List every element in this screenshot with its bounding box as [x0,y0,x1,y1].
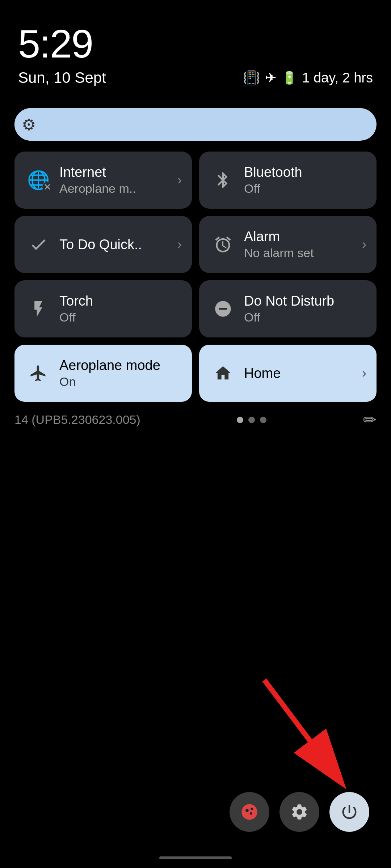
page-dot-1 [237,417,243,423]
bluetooth-icon [212,171,234,190]
tile-internet-sublabel: Aeroplane m.. [59,182,179,196]
svg-line-1 [264,680,340,781]
tile-torch[interactable]: Torch Off [14,280,192,337]
qs-footer: 14 (UPB5.230623.005) ✏ [14,410,377,429]
tile-todo-label: To Do Quick.. [59,237,179,252]
tile-internet-label: Internet [59,165,179,180]
nav-bar [159,856,232,859]
page-dot-3 [260,417,266,423]
brightness-container: ⚙ [14,108,377,141]
brightness-slider[interactable]: ⚙ [14,108,377,141]
tile-todo[interactable]: To Do Quick.. › [14,216,192,273]
tile-torch-label: Torch [59,293,179,309]
pizza-button[interactable] [230,792,269,832]
settings-button[interactable] [279,792,319,832]
vibrate-icon: 📳 [243,70,260,86]
tile-home-label: Home [244,366,363,381]
battery-text: 1 day, 2 hrs [302,70,373,86]
quick-settings-grid: 🌐 ✕ Internet Aeroplane m.. › Bluetooth O… [14,152,377,402]
todo-icon [28,235,49,254]
tile-dnd-sublabel: Off [244,310,363,324]
tile-home[interactable]: Home › [199,345,377,402]
airplane-status-icon: ✈ [265,70,277,86]
status-icons: 📳 ✈ 🔋 1 day, 2 hrs [243,70,373,86]
svg-point-4 [250,812,252,815]
brightness-fill [14,108,214,141]
tile-internet[interactable]: 🌐 ✕ Internet Aeroplane m.. › [14,152,192,209]
dnd-icon [212,299,234,318]
internet-icon: 🌐 ✕ [27,170,50,191]
tile-todo-arrow: › [177,237,182,252]
home-icon [212,364,234,383]
torch-icon [28,299,49,318]
tile-alarm[interactable]: Alarm No alarm set › [199,216,377,273]
battery-icon: 🔋 [282,71,297,85]
status-bar: 5:29 Sun, 10 Sept 📳 ✈ 🔋 1 day, 2 hrs [0,0,391,94]
alarm-icon [212,235,234,254]
tile-torch-sublabel: Off [59,310,179,324]
tile-bluetooth[interactable]: Bluetooth Off [199,152,377,209]
tile-dnd[interactable]: Do Not Disturb Off [199,280,377,337]
tile-alarm-sublabel: No alarm set [244,246,363,260]
date-display: Sun, 10 Sept [18,69,106,86]
airplane-icon [28,364,49,383]
annotation-arrow [253,673,362,796]
tile-airplane-sublabel: On [59,375,179,389]
build-number: 14 (UPB5.230623.005) [14,413,140,427]
tile-airplane-label: Aeroplane mode [59,358,179,373]
tile-internet-arrow: › [177,173,182,188]
page-dots [237,417,266,423]
clock-time: 5:29 [18,22,373,65]
power-button[interactable] [329,792,369,832]
tile-home-arrow: › [362,366,366,381]
svg-point-5 [251,808,253,810]
tile-alarm-arrow: › [362,237,366,252]
page-dot-2 [248,417,255,423]
brightness-icon: ⚙ [22,115,36,134]
tile-dnd-label: Do Not Disturb [244,293,363,309]
edit-icon[interactable]: ✏ [363,410,377,429]
tile-bluetooth-label: Bluetooth [244,165,363,180]
tile-alarm-label: Alarm [244,229,363,244]
tile-bluetooth-sublabel: Off [244,182,363,196]
internet-x-icon: ✕ [42,182,52,192]
svg-point-2 [241,804,257,820]
svg-point-3 [245,809,249,812]
bottom-buttons [230,792,369,832]
tile-airplane[interactable]: Aeroplane mode On [14,345,192,402]
